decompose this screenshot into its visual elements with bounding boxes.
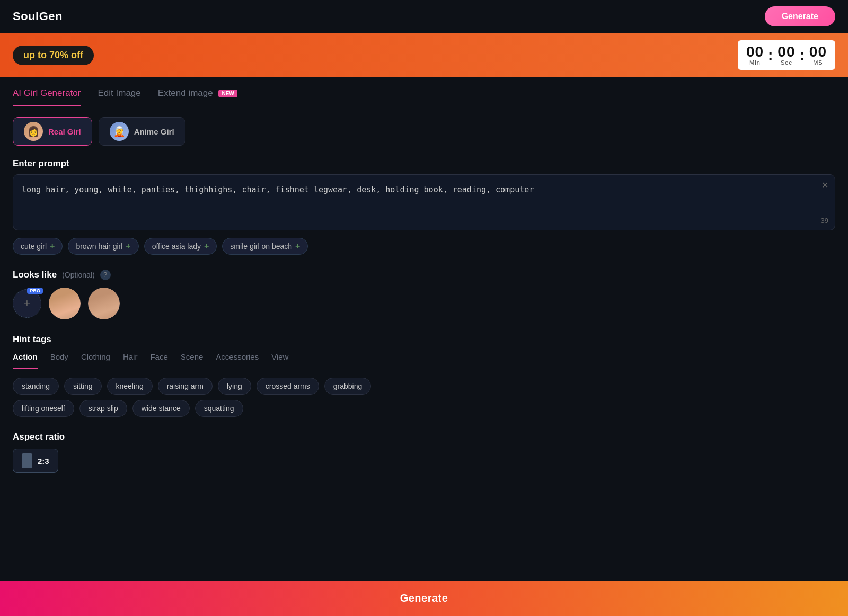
hint-tags-title: Hint tags — [13, 334, 835, 345]
prompt-char-count: 39 — [821, 217, 828, 225]
hint-tags-row-1: standing sitting kneeling raising arm ly… — [13, 378, 835, 395]
header: SoulGen Generate — [0, 0, 848, 33]
pro-badge: PRO — [27, 288, 43, 294]
hint-tags-row-2: lifting oneself strap slip wide stance s… — [13, 400, 835, 417]
aspect-ratio-section: Aspect ratio 2:3 — [13, 432, 835, 473]
hint-tag-lifting-oneself[interactable]: lifting oneself — [13, 400, 74, 417]
anime-girl-avatar: 🧝 — [110, 122, 129, 141]
timer-seconds: 00 Sec — [778, 44, 795, 66]
timer-ms: 00 MS — [809, 44, 827, 66]
generate-button-bottom[interactable]: Generate — [0, 581, 848, 616]
faces-row: PRO + — [13, 288, 835, 319]
hint-cat-accessories[interactable]: Accessories — [216, 352, 259, 364]
aspect-icon — [22, 453, 32, 468]
generate-button-top[interactable]: Generate — [765, 6, 835, 26]
new-badge: NEW — [218, 90, 237, 97]
looks-like-title: Looks like — [13, 270, 57, 280]
hint-tag-squatting[interactable]: squatting — [195, 400, 243, 417]
bottom-bar: Generate — [0, 581, 848, 616]
prompt-input[interactable] — [13, 175, 835, 228]
prompt-clear-icon[interactable]: ✕ — [822, 180, 828, 190]
hint-cat-scene[interactable]: Scene — [181, 352, 204, 364]
real-girl-button[interactable]: 👩 Real Girl — [13, 117, 92, 146]
tab-ai-girl-generator[interactable]: AI Girl Generator — [13, 88, 81, 102]
hint-tag-strap-slip[interactable]: strap slip — [80, 400, 127, 417]
suggestion-tag-cute-girl[interactable]: cute girl + — [13, 238, 63, 255]
timer-sep-2: : — [798, 48, 807, 63]
anime-girl-button[interactable]: 🧝 Anime Girl — [99, 117, 186, 146]
hint-cat-body[interactable]: Body — [50, 352, 68, 364]
tab-edit-image[interactable]: Edit Image — [98, 88, 141, 102]
suggestion-tags: cute girl + brown hair girl + office asi… — [13, 238, 835, 255]
logo: SoulGen — [13, 10, 63, 23]
hint-tag-raising-arm[interactable]: raising arm — [158, 378, 213, 395]
looks-like-header: Looks like (Optional) ? — [13, 270, 835, 280]
promo-banner: up to 70% off 00 Min : 00 Sec : 00 MS — [0, 33, 848, 77]
hint-cat-face[interactable]: Face — [150, 352, 167, 364]
countdown-timer: 00 Min : 00 Sec : 00 MS — [738, 40, 835, 70]
hint-tag-wide-stance[interactable]: wide stance — [132, 400, 190, 417]
tag-plus-icon: + — [295, 242, 300, 251]
tab-extend-image[interactable]: Extend image NEW — [158, 88, 237, 102]
promo-text: up to 70% off — [13, 46, 94, 65]
aspect-ratio-button[interactable]: 2:3 — [13, 449, 58, 473]
hint-cat-clothing[interactable]: Clothing — [81, 352, 110, 364]
hint-tag-sitting[interactable]: sitting — [64, 378, 102, 395]
prompt-area: ✕ 39 — [13, 174, 835, 230]
add-face-button[interactable]: PRO + — [13, 289, 41, 318]
hint-tag-kneeling[interactable]: kneeling — [107, 378, 153, 395]
type-selector: 👩 Real Girl 🧝 Anime Girl — [13, 117, 835, 146]
hint-tags-section: Hint tags Action Body Clothing Hair Face… — [13, 334, 835, 417]
tag-plus-icon: + — [204, 242, 209, 251]
hint-tag-grabbing[interactable]: grabbing — [324, 378, 372, 395]
timer-minutes: 00 Min — [746, 44, 764, 66]
face-avatar-1[interactable] — [49, 288, 81, 319]
face-circle-1 — [49, 288, 81, 319]
hint-cat-hair[interactable]: Hair — [123, 352, 138, 364]
prompt-label: Enter prompt — [13, 158, 835, 169]
hint-tag-standing[interactable]: standing — [13, 378, 59, 395]
aspect-ratio-value: 2:3 — [38, 457, 49, 466]
real-girl-avatar: 👩 — [24, 122, 43, 141]
hint-cat-view[interactable]: View — [271, 352, 288, 364]
hint-tag-crossed-arms[interactable]: crossed arms — [257, 378, 319, 395]
hint-cat-action[interactable]: Action — [13, 352, 38, 364]
promo-prefix: up to — [23, 50, 49, 60]
suggestion-tag-office-asia-lady[interactable]: office asia lady + — [144, 238, 217, 255]
hint-categories: Action Body Clothing Hair Face Scene Acc… — [13, 352, 835, 369]
looks-like-help-icon[interactable]: ? — [100, 270, 111, 280]
tag-plus-icon: + — [50, 242, 55, 251]
hint-tag-lying[interactable]: lying — [218, 378, 251, 395]
aspect-ratio-title: Aspect ratio — [13, 432, 835, 442]
timer-sep-1: : — [766, 48, 775, 63]
suggestion-tag-smile-girl-on-beach[interactable]: smile girl on beach + — [222, 238, 308, 255]
suggestion-tag-brown-hair-girl[interactable]: brown hair girl + — [68, 238, 138, 255]
face-circle-2 — [88, 288, 120, 319]
looks-like-optional: (Optional) — [62, 271, 94, 279]
main-content: AI Girl Generator Edit Image Extend imag… — [0, 77, 848, 526]
promo-highlight: 70% off — [49, 50, 83, 60]
tag-plus-icon: + — [126, 242, 130, 251]
face-avatar-2[interactable] — [88, 288, 120, 319]
main-tabs: AI Girl Generator Edit Image Extend imag… — [13, 88, 835, 106]
